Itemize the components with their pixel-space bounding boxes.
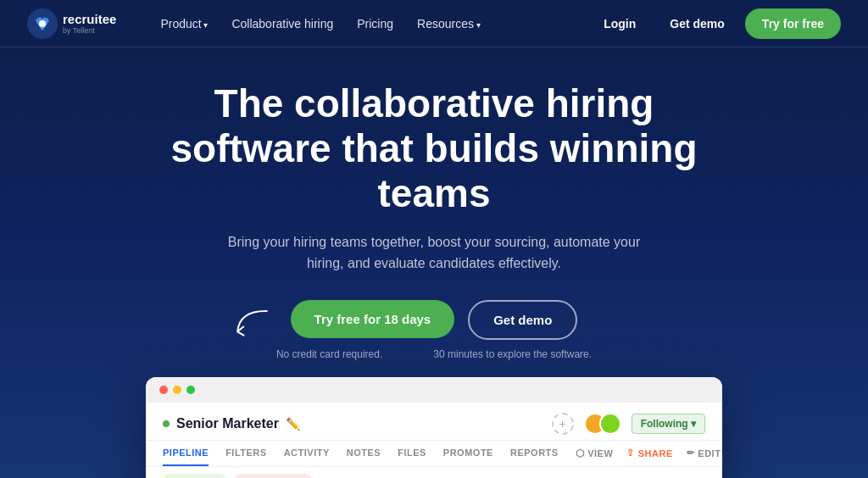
tab-filters[interactable]: FILTERS [225, 441, 267, 466]
tab-reports[interactable]: REPORTS [510, 441, 559, 466]
arrow-decoration [225, 301, 275, 356]
status-dot [163, 420, 170, 427]
maximize-dot [186, 386, 195, 394]
nav-collaborative-hiring[interactable]: Collaborative hiring [221, 10, 343, 37]
tab-notes[interactable]: NOTES [347, 441, 381, 466]
close-dot [159, 386, 168, 394]
nav-links: Product Collaborative hiring Pricing Res… [150, 10, 590, 37]
external-link-icon: ⬡ [576, 447, 585, 459]
tab-pipeline[interactable]: PIPELINE [163, 441, 209, 466]
cta-notes: No credit card required. 30 minutes to e… [276, 348, 592, 360]
team-avatars [584, 413, 621, 435]
try-free-hero-button[interactable]: Try free for 18 days [291, 300, 455, 338]
logo[interactable]: recruitee by Tellent [27, 8, 116, 39]
minimize-dot [173, 386, 181, 394]
tab-activity[interactable]: ACTIVITY [284, 441, 330, 466]
tab-promote[interactable]: PROMOTE [443, 441, 493, 466]
cta-note-primary: No credit card required. [276, 348, 382, 360]
try-free-nav-button[interactable]: Try for free [745, 8, 841, 39]
login-button[interactable]: Login [590, 10, 649, 37]
brand-subtitle: by Tellent [63, 26, 116, 35]
job-title: Senior Marketer [176, 416, 279, 431]
navbar: recruitee by Tellent Product Collaborati… [0, 0, 868, 47]
filter-row: Qualified 8 Disqualified 3 [146, 467, 722, 478]
hero-title: The collaborative hiring software that b… [129, 81, 739, 216]
pencil-icon: ✏ [687, 447, 695, 459]
hero-section: The collaborative hiring software that b… [0, 47, 868, 478]
cta-note-secondary: 30 minutes to explore the software. [433, 348, 592, 360]
job-title-row: Senior Marketer ✏️ [163, 416, 300, 431]
nav-right: Login Get demo Try for free [590, 8, 841, 39]
get-demo-nav-button[interactable]: Get demo [656, 10, 738, 37]
hero-cta-row: Try free for 18 days Get demo [291, 300, 578, 340]
screenshot-body: Senior Marketer ✏️ + Following ▾ PIPELIN… [146, 403, 722, 478]
nav-pricing[interactable]: Pricing [347, 10, 403, 37]
add-member-button[interactable]: + [552, 413, 574, 435]
screen-actions: + Following ▾ [552, 413, 705, 435]
screen-header: Senior Marketer ✏️ + Following ▾ [146, 403, 722, 441]
tab-actions: ⬡ VIEW ⇧ SHARE ✏ EDIT [576, 441, 721, 466]
titlebar [146, 377, 722, 403]
tab-files[interactable]: FILES [398, 441, 426, 466]
nav-product[interactable]: Product [150, 10, 218, 37]
following-button[interactable]: Following ▾ [632, 414, 705, 434]
nav-resources[interactable]: Resources [407, 10, 491, 37]
share-icon: ⇧ [626, 447, 635, 459]
hero-subtitle: Bring your hiring teams together, boost … [214, 231, 654, 275]
brand-name: recruitee [63, 12, 116, 26]
edit-action[interactable]: ✏ EDIT [687, 447, 721, 459]
get-demo-hero-button[interactable]: Get demo [468, 300, 577, 340]
qualified-badge[interactable]: Qualified 8 [163, 474, 227, 478]
edit-pencil-icon[interactable]: ✏️ [286, 417, 300, 431]
share-action[interactable]: ⇧ SHARE [626, 447, 673, 459]
avatar-2 [599, 413, 621, 435]
product-screenshot: Senior Marketer ✏️ + Following ▾ PIPELIN… [146, 377, 722, 478]
disqualified-badge[interactable]: Disqualified 3 [234, 474, 312, 478]
screen-tabs: PIPELINE FILTERS ACTIVITY NOTES FILES PR… [146, 441, 722, 467]
view-action[interactable]: ⬡ VIEW [576, 447, 614, 459]
svg-point-1 [39, 20, 46, 27]
